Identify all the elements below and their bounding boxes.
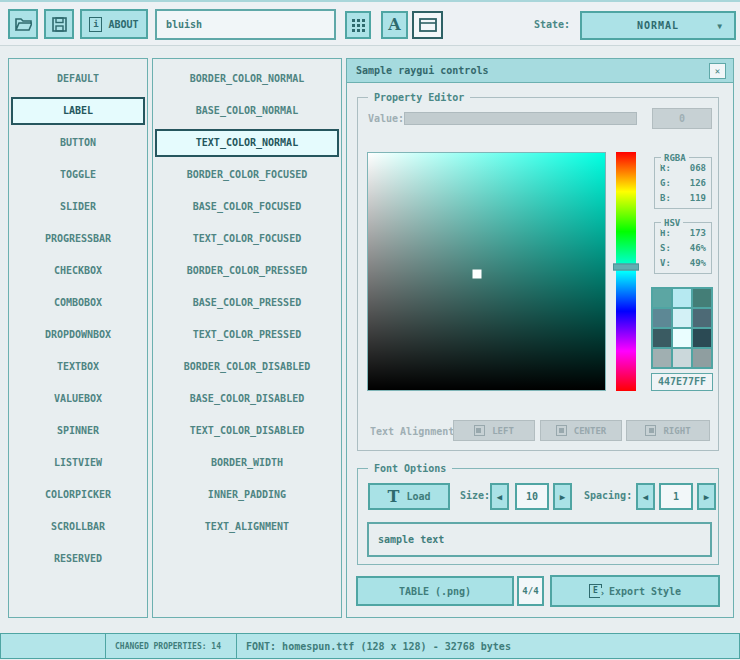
property-item-selected[interactable]: TEXT_COLOR_NORMAL <box>155 129 339 157</box>
swatch[interactable] <box>673 349 691 367</box>
close-button[interactable]: ✕ <box>709 63 726 79</box>
hsv-group-label: HSV <box>661 217 683 230</box>
new-style-button[interactable] <box>8 9 38 39</box>
style-color-swatches <box>651 287 713 369</box>
spacing-increase-button[interactable]: ▶ <box>697 483 716 510</box>
swatch[interactable] <box>693 349 711 367</box>
control-item-combobox[interactable]: COMBOBOX <box>11 289 145 317</box>
size-increase-button[interactable]: ▶ <box>553 483 572 510</box>
align-center-button[interactable]: CENTER <box>540 420 622 441</box>
statusbar-cell-empty <box>0 633 106 659</box>
state-dropdown[interactable]: NORMAL ▼ <box>580 11 736 40</box>
control-item-textbox[interactable]: TEXTBOX <box>11 353 145 381</box>
style-name-input[interactable] <box>155 9 336 40</box>
property-item[interactable]: BORDER_WIDTH <box>155 449 339 477</box>
property-item[interactable]: BORDER_COLOR_DISABLED <box>155 353 339 381</box>
swatch[interactable] <box>693 329 711 347</box>
swatch[interactable] <box>693 309 711 327</box>
control-item-colorpicker[interactable]: COLORPICKER <box>11 481 145 509</box>
swatch[interactable] <box>673 309 691 327</box>
r-value: 068 <box>690 161 706 176</box>
hue-slider-handle[interactable] <box>613 263 639 270</box>
sample-text-box[interactable]: sample text <box>367 522 712 557</box>
align-center-label: CENTER <box>574 426 607 436</box>
control-item-default[interactable]: DEFAULT <box>11 65 145 93</box>
control-item-scrollbar[interactable]: SCROLLBAR <box>11 513 145 541</box>
spacing-value-box[interactable]: 1 <box>659 483 693 510</box>
align-right-icon <box>645 425 656 436</box>
property-item[interactable]: BORDER_COLOR_PRESSED <box>155 257 339 285</box>
page-indicator-box[interactable]: 4/4 <box>517 576 544 606</box>
window-mode-button[interactable] <box>412 11 443 39</box>
spacing-decrease-button[interactable]: ◀ <box>636 483 655 510</box>
color-cursor[interactable] <box>473 269 482 278</box>
size-decrease-button[interactable]: ◀ <box>490 483 509 510</box>
sample-window: Sample raygui controls ✕ Property Editor… <box>346 58 734 618</box>
control-item-dropdownbox[interactable]: DROPDOWNBOX <box>11 321 145 349</box>
swatch[interactable] <box>653 289 671 307</box>
control-item-button[interactable]: BUTTON <box>11 129 145 157</box>
grid-icon <box>352 19 365 32</box>
property-item[interactable]: BASE_COLOR_PRESSED <box>155 289 339 317</box>
about-button[interactable]: i ABOUT <box>80 9 148 39</box>
property-item[interactable]: BASE_COLOR_DISABLED <box>155 385 339 413</box>
hue-bar[interactable] <box>616 152 636 391</box>
b-label: B: <box>660 191 671 206</box>
control-item-toggle[interactable]: TOGGLE <box>11 161 145 189</box>
folder-open-icon <box>15 17 32 31</box>
property-item[interactable]: INNER_PADDING <box>155 481 339 509</box>
hex-value-box[interactable]: 447E77FF <box>651 373 713 391</box>
control-item-checkbox[interactable]: CHECKBOX <box>11 257 145 285</box>
swatch[interactable] <box>693 289 711 307</box>
table-export-label: TABLE (.png) <box>399 586 471 597</box>
property-item[interactable]: TEXT_COLOR_PRESSED <box>155 321 339 349</box>
property-item[interactable]: BORDER_COLOR_NORMAL <box>155 65 339 93</box>
statusbar-font-info: FONT: homespun.ttf (128 x 128) - 32768 b… <box>236 633 740 659</box>
save-style-button[interactable] <box>44 9 74 39</box>
font-options-group-label: Font Options <box>368 462 452 475</box>
font-atlas-button[interactable]: A <box>381 11 408 39</box>
export-file-icon: E› <box>589 584 602 598</box>
property-item[interactable]: BASE_COLOR_FOCUSED <box>155 193 339 221</box>
load-font-button[interactable]: T Load <box>368 483 450 510</box>
load-font-label: Load <box>406 491 430 502</box>
table-export-button[interactable]: TABLE (.png) <box>356 576 514 606</box>
floppy-disk-icon <box>52 17 67 32</box>
control-item-valuebox[interactable]: VALUEBOX <box>11 385 145 413</box>
swatch[interactable] <box>673 329 691 347</box>
size-value-box[interactable]: 10 <box>515 483 549 510</box>
property-item[interactable]: BORDER_COLOR_FOCUSED <box>155 161 339 189</box>
property-item[interactable]: TEXT_COLOR_FOCUSED <box>155 225 339 253</box>
property-item[interactable]: TEXT_ALIGNMENT <box>155 513 339 541</box>
sample-window-titlebar[interactable]: Sample raygui controls ✕ <box>347 59 733 83</box>
color-panel[interactable] <box>367 152 606 391</box>
align-right-button[interactable]: RIGHT <box>626 420 710 441</box>
rgba-group-label: RGBA <box>661 152 689 165</box>
swatch[interactable] <box>653 349 671 367</box>
swatch[interactable] <box>653 329 671 347</box>
control-item-spinner[interactable]: SPINNER <box>11 417 145 445</box>
export-style-button[interactable]: E› Export Style <box>550 575 720 607</box>
control-item-label-selected[interactable]: LABEL <box>11 97 145 125</box>
spacing-label: Spacing: <box>584 490 632 501</box>
align-left-button[interactable]: LEFT <box>453 420 535 441</box>
table-view-button[interactable] <box>345 11 371 39</box>
property-editor-group: Property Editor Value: 0 RGBA R:068 G:12… <box>357 97 719 451</box>
control-item-listview[interactable]: LISTVIEW <box>11 449 145 477</box>
value-slider[interactable] <box>404 112 637 125</box>
property-item[interactable]: TEXT_COLOR_DISABLED <box>155 417 339 445</box>
control-item-slider[interactable]: SLIDER <box>11 193 145 221</box>
toolbar: i ABOUT A State: NORMAL ▼ <box>0 0 740 46</box>
sample-window-title: Sample raygui controls <box>356 65 488 76</box>
value-box[interactable]: 0 <box>652 108 712 129</box>
v-label: V: <box>660 256 671 271</box>
align-left-label: LEFT <box>492 426 514 436</box>
swatch[interactable] <box>653 309 671 327</box>
right-arrow-icon: ▶ <box>704 492 709 502</box>
control-item-progressbar[interactable]: PROGRESSBAR <box>11 225 145 253</box>
control-item-reserved[interactable]: RESERVED <box>11 545 145 573</box>
swatch[interactable] <box>673 289 691 307</box>
state-dropdown-value: NORMAL <box>637 20 679 31</box>
value-label: Value: <box>368 113 404 124</box>
property-item[interactable]: BASE_COLOR_NORMAL <box>155 97 339 125</box>
